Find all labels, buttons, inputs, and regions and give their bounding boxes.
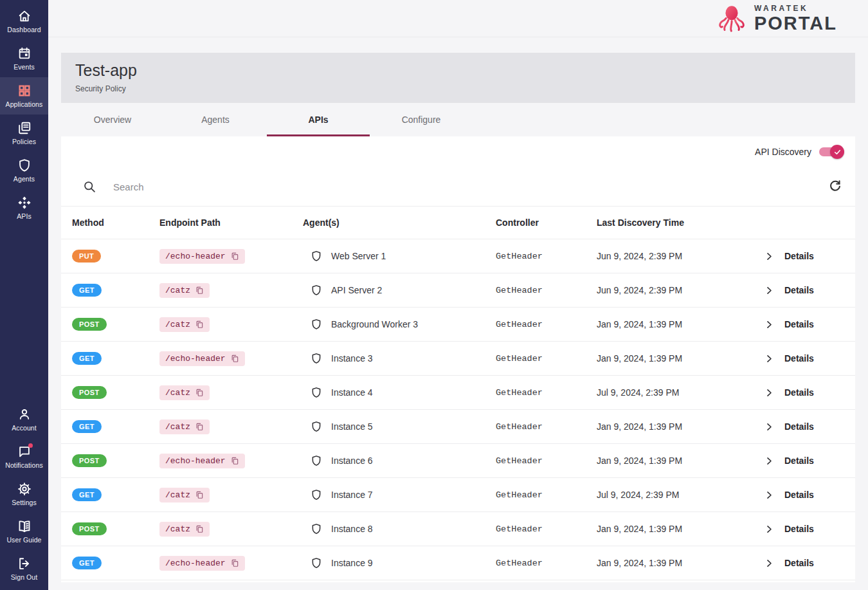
details-button[interactable]: Details <box>762 285 855 295</box>
agent-name: API Server 2 <box>331 285 382 295</box>
details-button[interactable]: Details <box>762 387 855 398</box>
tab-apis[interactable]: APIs <box>267 103 370 136</box>
method-badge: POST <box>72 318 107 331</box>
details-button[interactable]: Details <box>762 490 855 500</box>
chevron-right-icon[interactable] <box>764 456 774 466</box>
tab-agents[interactable]: Agents <box>164 103 267 136</box>
table-row: POST /catz Instance 4 GetHeader Jul <box>61 376 855 410</box>
api-discovery-label: API Discovery <box>755 147 811 157</box>
details-label: Details <box>784 421 814 432</box>
details-label: Details <box>784 353 814 364</box>
last-discovery-time: Jan 9, 2024, 1:39 PM <box>597 353 762 364</box>
tab-configure[interactable]: Configure <box>370 103 473 136</box>
method-badge: POST <box>72 454 107 467</box>
column-header-agents: Agent(s) <box>303 217 496 228</box>
shield-icon <box>311 488 322 501</box>
controller-name: GetHeader <box>496 320 597 329</box>
refresh-button[interactable] <box>828 179 842 195</box>
copy-icon[interactable] <box>195 388 204 397</box>
column-header-endpoint-path: Endpoint Path <box>159 217 303 228</box>
sidebar-item-apis[interactable]: APIs <box>0 189 48 226</box>
sidebar-item-label: Policies <box>12 138 36 145</box>
agent-name: Instance 9 <box>331 558 373 568</box>
endpoint-chip: /echo-header <box>159 556 245 571</box>
chevron-right-icon[interactable] <box>764 558 774 568</box>
chevron-right-icon[interactable] <box>764 320 774 329</box>
calendar-icon <box>17 46 32 60</box>
copy-icon[interactable] <box>195 524 204 533</box>
chevron-right-icon[interactable] <box>764 286 774 295</box>
sidebar: DashboardEventsApplicationsPoliciesAgent… <box>0 0 48 590</box>
last-discovery-time: Jan 9, 2024, 1:39 PM <box>597 558 762 568</box>
sidebar-item-user-guide[interactable]: User Guide <box>0 513 48 550</box>
api-discovery-toggle[interactable] <box>819 145 843 159</box>
check-icon <box>830 145 844 159</box>
sidebar-item-sign-out[interactable]: Sign Out <box>0 550 48 587</box>
details-button[interactable]: Details <box>762 353 855 364</box>
sidebar-item-notifications[interactable]: Notifications <box>0 438 48 475</box>
copy-icon[interactable] <box>230 354 239 363</box>
column-header-controller: Controller <box>496 217 597 228</box>
sidebar-item-label: Notifications <box>5 461 43 469</box>
shield-icon <box>311 386 322 399</box>
table-row: GET /catz Instance 7 GetHeader Jul <box>61 478 855 512</box>
copy-icon[interactable] <box>230 456 239 465</box>
controller-name: GetHeader <box>496 422 597 432</box>
copy-icon[interactable] <box>230 252 239 261</box>
chevron-right-icon[interactable] <box>764 524 774 534</box>
content-card: API Discovery <box>61 136 855 582</box>
table-row: POST /echo-header Instance 6 GetHeader <box>61 444 855 478</box>
details-button[interactable]: Details <box>762 456 855 466</box>
chevron-right-icon[interactable] <box>764 354 774 364</box>
notification-badge-dot <box>28 443 33 448</box>
method-badge: GET <box>72 557 102 569</box>
chevron-right-icon[interactable] <box>764 490 774 500</box>
endpoint-path: /catz <box>165 388 190 398</box>
grid-icon <box>17 84 32 98</box>
agent-name: Background Worker 3 <box>331 319 418 329</box>
sidebar-item-applications[interactable]: Applications <box>0 77 48 115</box>
shield-icon <box>311 352 322 365</box>
details-button[interactable]: Details <box>762 524 855 534</box>
details-label: Details <box>784 285 814 295</box>
notifications-icon <box>17 445 32 459</box>
copy-icon[interactable] <box>195 286 204 295</box>
sidebar-item-agents[interactable]: Agents <box>0 152 48 189</box>
table-row: POST /catz Instance 8 GetHeader Jan <box>61 512 855 546</box>
details-button[interactable]: Details <box>762 421 855 432</box>
controller-name: GetHeader <box>496 490 597 500</box>
chevron-right-icon[interactable] <box>764 252 774 261</box>
sidebar-item-settings[interactable]: Settings <box>0 475 48 513</box>
details-label: Details <box>784 387 814 398</box>
details-label: Details <box>784 490 814 500</box>
copy-icon[interactable] <box>230 558 239 567</box>
book-icon <box>17 519 32 533</box>
sidebar-item-dashboard[interactable]: Dashboard <box>0 3 48 40</box>
endpoint-chip: /echo-header <box>159 454 245 468</box>
details-button[interactable]: Details <box>762 319 855 329</box>
chevron-right-icon[interactable] <box>764 422 774 432</box>
copy-icon[interactable] <box>195 320 204 329</box>
home-icon <box>17 9 32 23</box>
sidebar-item-label: Settings <box>12 499 37 506</box>
details-label: Details <box>784 456 814 466</box>
search-input[interactable] <box>112 181 813 193</box>
sidebar-item-policies[interactable]: Policies <box>0 115 48 152</box>
table-row: GET /catz Instance 5 GetHeader Jan <box>61 410 855 444</box>
sidebar-item-label: Applications <box>6 100 43 108</box>
signout-icon <box>17 557 32 571</box>
sidebar-item-label: Agents <box>14 175 35 183</box>
shield-icon <box>311 557 322 569</box>
sidebar-item-account[interactable]: Account <box>0 401 48 438</box>
sidebar-item-label: Events <box>14 63 35 71</box>
controller-name: GetHeader <box>496 558 597 568</box>
endpoint-path: /catz <box>165 524 190 534</box>
copy-icon[interactable] <box>195 490 204 499</box>
sidebar-item-events[interactable]: Events <box>0 40 48 77</box>
tab-overview[interactable]: Overview <box>61 103 164 136</box>
details-button[interactable]: Details <box>762 558 855 568</box>
chevron-right-icon[interactable] <box>764 388 774 398</box>
copy-icon[interactable] <box>195 422 204 431</box>
details-button[interactable]: Details <box>762 251 855 261</box>
sidebar-bottom-group: AccountNotificationsSettingsUser GuideSi… <box>0 401 48 590</box>
